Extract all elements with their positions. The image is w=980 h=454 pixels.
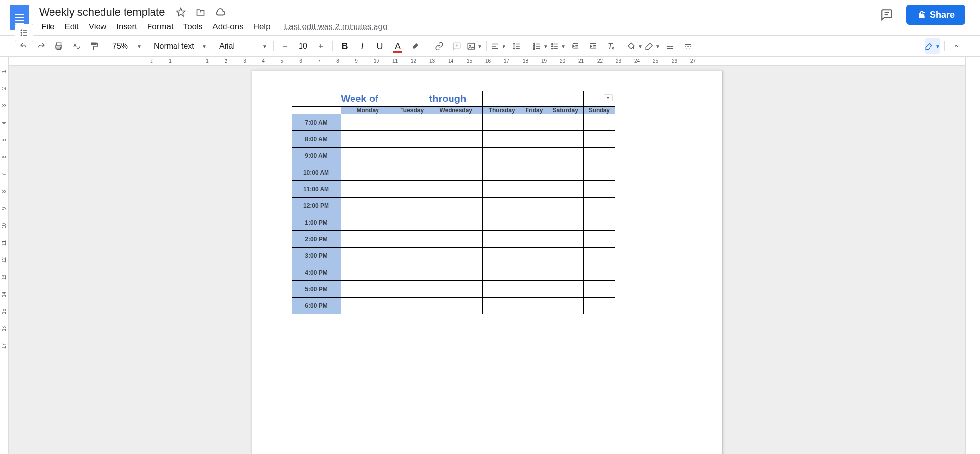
zoom-dropdown[interactable]: 75%▼	[109, 42, 145, 50]
schedule-cell[interactable]	[429, 298, 482, 314]
schedule-cell[interactable]	[395, 248, 429, 264]
schedule-cell[interactable]	[395, 214, 429, 231]
day-header[interactable]: Saturday	[547, 107, 584, 114]
insert-image-button[interactable]: ▼	[467, 38, 482, 54]
schedule-cell[interactable]	[341, 164, 395, 181]
title-row-blank-2[interactable]	[482, 91, 521, 107]
schedule-cell[interactable]	[341, 148, 395, 164]
day-header[interactable]: Thursday	[482, 107, 521, 114]
time-label[interactable]: 12:00 PM	[292, 198, 341, 214]
fill-color-button[interactable]: ▼	[627, 38, 643, 54]
time-label[interactable]: 5:00 PM	[292, 281, 341, 298]
day-header[interactable]: Monday	[341, 107, 395, 114]
schedule-cell[interactable]	[584, 181, 615, 198]
bulleted-list-button[interactable]: ▼	[550, 38, 566, 54]
schedule-cell[interactable]	[429, 131, 482, 148]
schedule-cell[interactable]	[341, 264, 395, 281]
border-width-button[interactable]	[662, 38, 678, 54]
day-header[interactable]: Sunday	[584, 107, 615, 114]
cell-options-dropdown[interactable]: ▼	[604, 94, 613, 101]
editing-mode-button[interactable]: ▼	[925, 38, 940, 54]
schedule-cell[interactable]	[547, 198, 584, 214]
schedule-cell[interactable]	[395, 148, 429, 164]
increase-indent-button[interactable]	[585, 38, 601, 54]
schedule-cell[interactable]	[429, 214, 482, 231]
schedule-table[interactable]: Week of through ▼ MondayTuesdayWednesday…	[292, 91, 615, 314]
schedule-cell[interactable]	[482, 131, 521, 148]
redo-button[interactable]	[33, 38, 49, 54]
schedule-cell[interactable]	[395, 281, 429, 298]
time-label[interactable]: 8:00 AM	[292, 131, 341, 148]
schedule-cell[interactable]	[482, 214, 521, 231]
schedule-cell[interactable]	[341, 181, 395, 198]
time-label[interactable]: 11:00 AM	[292, 181, 341, 198]
title-row-blank-3[interactable]	[521, 91, 547, 107]
schedule-cell[interactable]	[341, 248, 395, 264]
schedule-cell[interactable]	[395, 198, 429, 214]
font-family-dropdown[interactable]: Arial▼	[216, 42, 270, 50]
schedule-cell[interactable]	[395, 164, 429, 181]
schedule-cell[interactable]	[584, 131, 615, 148]
day-header[interactable]: Wednesday	[429, 107, 482, 114]
italic-button[interactable]: I	[354, 38, 370, 54]
schedule-cell[interactable]	[547, 131, 584, 148]
time-label[interactable]: 1:00 PM	[292, 214, 341, 231]
decrease-font-size-button[interactable]	[277, 38, 293, 54]
schedule-cell[interactable]	[521, 214, 547, 231]
decrease-indent-button[interactable]	[568, 38, 583, 54]
move-icon[interactable]	[194, 6, 207, 19]
schedule-cell[interactable]	[521, 248, 547, 264]
schedule-cell[interactable]	[521, 198, 547, 214]
schedule-cell[interactable]	[341, 114, 395, 131]
day-header[interactable]: Friday	[521, 107, 547, 114]
menu-edit[interactable]: Edit	[59, 20, 83, 34]
schedule-cell[interactable]	[395, 231, 429, 248]
schedule-cell[interactable]	[395, 114, 429, 131]
schedule-cell[interactable]	[482, 281, 521, 298]
line-spacing-button[interactable]	[508, 38, 524, 54]
schedule-cell[interactable]	[482, 148, 521, 164]
last-edit-link[interactable]: Last edit was 2 minutes ago	[284, 22, 388, 32]
schedule-cell[interactable]	[547, 214, 584, 231]
document-page[interactable]: Week of through ▼ MondayTuesdayWednesday…	[252, 71, 723, 454]
schedule-cell[interactable]	[521, 298, 547, 314]
schedule-cell[interactable]	[584, 198, 615, 214]
schedule-cell[interactable]	[547, 114, 584, 131]
document-title[interactable]: Weekly schedule template	[36, 5, 168, 20]
checklist-button[interactable]: 123▼	[532, 38, 548, 54]
clear-formatting-button[interactable]	[603, 38, 619, 54]
schedule-cell[interactable]	[547, 264, 584, 281]
border-dash-button[interactable]	[680, 38, 696, 54]
schedule-cell[interactable]	[584, 214, 615, 231]
schedule-cell[interactable]	[547, 298, 584, 314]
schedule-cell[interactable]	[341, 198, 395, 214]
menu-tools[interactable]: Tools	[178, 20, 208, 34]
time-label[interactable]: 2:00 PM	[292, 231, 341, 248]
highlight-color-button[interactable]	[407, 38, 423, 54]
schedule-cell[interactable]	[521, 114, 547, 131]
schedule-cell[interactable]	[395, 298, 429, 314]
schedule-cell[interactable]	[521, 231, 547, 248]
time-label[interactable]: 4:00 PM	[292, 264, 341, 281]
schedule-cell[interactable]	[547, 248, 584, 264]
schedule-cell[interactable]	[547, 281, 584, 298]
time-label[interactable]: 10:00 AM	[292, 164, 341, 181]
title-row-blank-4[interactable]	[547, 91, 584, 107]
star-icon[interactable]	[175, 6, 187, 19]
schedule-cell[interactable]	[584, 264, 615, 281]
title-row-blank-0[interactable]	[292, 91, 341, 107]
schedule-cell[interactable]	[341, 131, 395, 148]
schedule-cell[interactable]	[341, 231, 395, 248]
hide-menus-button[interactable]	[949, 38, 964, 54]
schedule-cell[interactable]	[482, 114, 521, 131]
schedule-cell[interactable]	[584, 298, 615, 314]
schedule-cell[interactable]	[482, 231, 521, 248]
schedule-cell[interactable]	[547, 181, 584, 198]
schedule-cell[interactable]	[429, 164, 482, 181]
underline-button[interactable]: U	[372, 38, 388, 54]
schedule-cell[interactable]	[547, 148, 584, 164]
schedule-cell[interactable]	[584, 231, 615, 248]
title-row-blank-5[interactable]: ▼	[584, 91, 615, 107]
week-of-cell[interactable]: Week of	[341, 91, 395, 107]
print-button[interactable]	[51, 38, 67, 54]
